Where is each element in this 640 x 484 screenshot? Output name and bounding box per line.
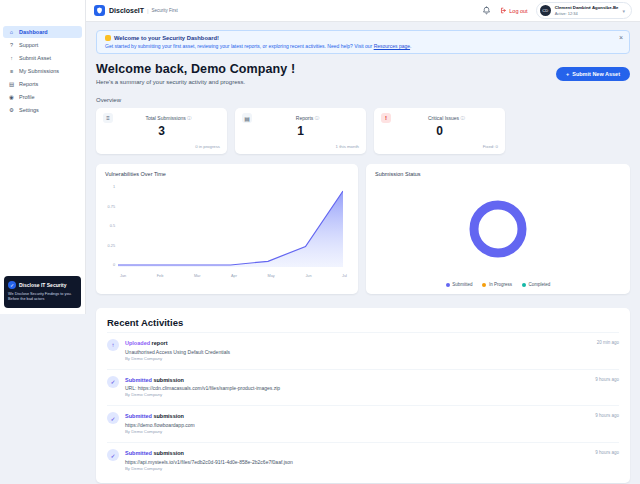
- brand-separator: |: [147, 8, 149, 14]
- line-chart-title: Vulnerabilities Over Time: [105, 171, 349, 177]
- page-subtitle: Here's a summary of your security activi…: [96, 79, 295, 85]
- promo-title: Disclose IT Security: [19, 282, 67, 288]
- upload-icon: ↑: [8, 55, 15, 61]
- sidebar-item-settings[interactable]: ⚙ Settings: [3, 104, 82, 116]
- check-icon: ✓: [107, 449, 119, 461]
- activity-time: 9 hours ago: [595, 412, 619, 436]
- activity-action: Submitted: [125, 450, 152, 456]
- activity-detail: URL: https://cdn.climacasuals.com/v1/fil…: [125, 384, 280, 392]
- x-axis-labels: JanFebMarAprMayJunJul: [118, 274, 349, 278]
- donut-chart: [466, 197, 530, 261]
- stat-value: 3: [103, 124, 220, 138]
- chevron-down-icon: ▾: [622, 8, 625, 14]
- brand-logo-icon: [94, 5, 105, 16]
- overview-section-label: Overview: [96, 97, 630, 103]
- legend-dot: [446, 283, 450, 287]
- banner-close-icon[interactable]: ×: [619, 34, 623, 41]
- sidebar: ⌂ Dashboard ? Support ↑ Submit Asset ≡ M…: [0, 0, 86, 314]
- wave-emoji-icon: [105, 35, 111, 41]
- gear-icon: ⚙: [8, 107, 15, 113]
- sidebar-item-reports[interactable]: ▤ Reports: [3, 78, 82, 90]
- legend-label: Completed: [529, 282, 551, 287]
- recent-activities-title: Recent Activities: [107, 317, 619, 328]
- activity-row[interactable]: ↑ Uploaded report Unauthorised Access Us…: [107, 332, 619, 369]
- sidebar-item-label: Submit Asset: [19, 55, 51, 61]
- activity-row[interactable]: ✓ Submitted submission https://api.myste…: [107, 442, 619, 479]
- sidebar-item-label: Settings: [19, 107, 39, 113]
- stat-value: 1: [242, 124, 359, 138]
- activity-action: Uploaded: [125, 340, 150, 346]
- stat-footer: 0 in progress: [103, 144, 220, 149]
- info-icon[interactable]: ⓘ: [461, 116, 466, 121]
- activity-by: By Demo Company: [125, 466, 293, 473]
- activity-detail: https://demo.flowboardapp.com: [125, 421, 195, 429]
- check-icon: ✓: [107, 376, 119, 388]
- user-name: Clement Dambiné Agonsibe-Be: [555, 5, 619, 11]
- user-icon: ◉: [8, 94, 15, 100]
- submissions-icon: ≡: [103, 113, 113, 123]
- banner-body-period: .: [410, 43, 411, 49]
- dashboard-icon: ⌂: [8, 29, 15, 35]
- activity-row[interactable]: ✓ Submitted submission https://demo.flow…: [107, 405, 619, 442]
- user-menu[interactable]: CD Clement Dambiné Agonsibe-Be Active: 1…: [536, 2, 632, 19]
- banner-title: Welcome to your Security Dashboard!: [114, 35, 219, 41]
- x-tick-label: Mar: [194, 274, 201, 278]
- y-tick-label: 1: [113, 185, 115, 189]
- submission-status-card: Submission Status Submitted In Progress …: [366, 164, 630, 294]
- sidebar-item-support[interactable]: ? Support: [3, 39, 82, 51]
- legend-label: In Progress: [489, 282, 512, 287]
- sidebar-promo-card: ✓ Disclose IT Security We Disclose Secur…: [4, 276, 81, 308]
- cta-label: Submit New Asset: [572, 71, 620, 77]
- support-icon: ?: [8, 42, 15, 48]
- sidebar-item-submit-asset[interactable]: ↑ Submit Asset: [3, 52, 82, 64]
- y-tick-label: 0: [113, 263, 115, 267]
- activity-action: Submitted: [125, 377, 152, 383]
- promo-text: We Disclose Security Findings to you. Be…: [8, 292, 77, 303]
- check-icon: ✓: [107, 412, 119, 424]
- logout-button[interactable]: Log out: [500, 7, 527, 14]
- resources-link[interactable]: Resources page: [374, 43, 410, 49]
- activity-action: Submitted: [125, 413, 152, 419]
- submit-new-asset-button[interactable]: + Submit New Asset: [556, 67, 630, 81]
- activity-detail: Unauthorised Access Using Default Creden…: [125, 348, 230, 356]
- area-fill: [118, 191, 343, 267]
- stat-card-critical-issues: ! Critical Issues ⓘ 0 Fixed: 0: [374, 108, 505, 154]
- stat-title: Reports: [296, 115, 314, 121]
- alert-icon: !: [381, 113, 391, 123]
- sidebar-item-my-submissions[interactable]: ≡ My Submissions: [3, 65, 82, 77]
- info-icon[interactable]: ⓘ: [187, 116, 192, 121]
- sidebar-item-dashboard[interactable]: ⌂ Dashboard: [3, 26, 82, 38]
- brand-name: DiscloseIT: [109, 7, 144, 14]
- notifications-bell-icon[interactable]: [480, 5, 492, 17]
- activity-row[interactable]: ✓ Submitted submission URL: https://cdn.…: [107, 369, 619, 406]
- brand-tagline: Security First: [152, 8, 178, 13]
- legend-dot: [482, 283, 486, 287]
- activity-type: report: [152, 340, 168, 346]
- sidebar-item-profile[interactable]: ◉ Profile: [3, 91, 82, 103]
- logout-icon: [500, 7, 507, 14]
- stat-value: 0: [381, 124, 498, 138]
- donut-segment-submitted: [474, 205, 522, 253]
- activity-by: By Demo Company: [125, 356, 230, 363]
- activity-detail: https://api.mysteels.io/v1/files/7edb2c0…: [125, 458, 293, 466]
- stat-footer: 1 this month: [242, 144, 359, 149]
- sidebar-item-label: Dashboard: [19, 29, 48, 35]
- sidebar-nav: ⌂ Dashboard ? Support ↑ Submit Asset ≡ M…: [0, 26, 85, 116]
- chart-legend: Submitted In Progress Completed: [375, 282, 621, 287]
- vulnerabilities-chart-card: Vulnerabilities Over Time 10.750.50.250: [96, 164, 358, 294]
- stat-title: Critical Issues: [428, 115, 459, 121]
- upload-icon: ↑: [107, 339, 119, 351]
- stat-title: Total Submissions: [145, 115, 185, 121]
- sidebar-item-label: Reports: [19, 81, 38, 87]
- stat-cards: ≡ Total Submissions ⓘ 3 0 in progress ▤ …: [96, 108, 630, 154]
- main-content: Welcome to your Security Dashboard! Get …: [86, 22, 640, 484]
- y-tick-label: 0.75: [108, 205, 115, 209]
- activity-time: 9 hours ago: [595, 376, 619, 400]
- top-header: DiscloseIT | Security First Log out CD C…: [86, 0, 640, 22]
- activity-by: By Demo Company: [125, 429, 195, 436]
- x-tick-label: Jun: [305, 274, 311, 278]
- info-icon[interactable]: ⓘ: [315, 116, 320, 121]
- sidebar-item-label: Profile: [19, 94, 35, 100]
- legend-dot: [522, 283, 526, 287]
- logout-label: Log out: [509, 8, 527, 14]
